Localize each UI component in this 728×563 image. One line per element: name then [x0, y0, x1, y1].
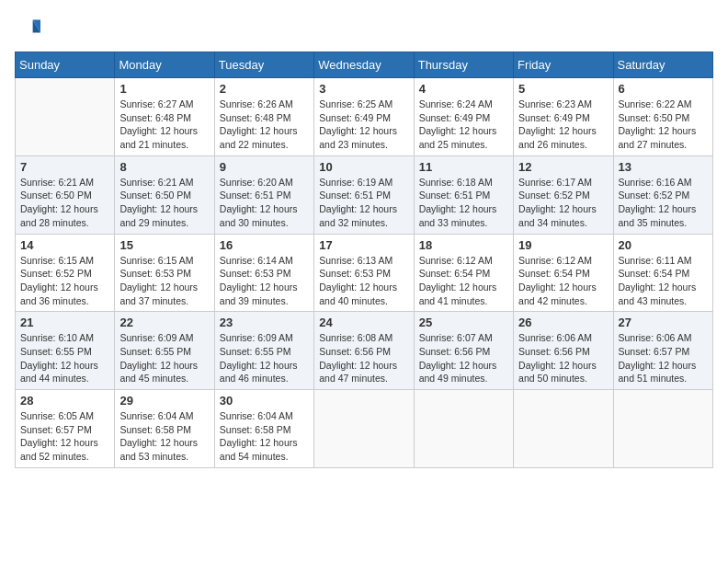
calendar-cell: 20Sunrise: 6:11 AM Sunset: 6:54 PM Dayli… [613, 234, 712, 312]
calendar-cell: 28Sunrise: 6:05 AM Sunset: 6:57 PM Dayli… [16, 390, 115, 468]
day-number: 13 [619, 160, 708, 174]
day-info: Sunrise: 6:04 AM Sunset: 6:58 PM Dayligh… [220, 409, 309, 464]
calendar-cell: 18Sunrise: 6:12 AM Sunset: 6:54 PM Dayli… [414, 234, 513, 312]
calendar-cell: 30Sunrise: 6:04 AM Sunset: 6:58 PM Dayli… [214, 390, 313, 468]
day-info: Sunrise: 6:04 AM Sunset: 6:58 PM Dayligh… [119, 409, 209, 464]
header-saturday: Saturday [613, 52, 712, 78]
day-number: 20 [619, 238, 708, 252]
calendar-cell: 14Sunrise: 6:15 AM Sunset: 6:52 PM Dayli… [16, 234, 115, 312]
calendar-week-row: 21Sunrise: 6:10 AM Sunset: 6:55 PM Dayli… [16, 312, 713, 390]
day-info: Sunrise: 6:07 AM Sunset: 6:56 PM Dayligh… [419, 331, 508, 385]
day-info: Sunrise: 6:24 AM Sunset: 6:49 PM Dayligh… [419, 98, 508, 152]
day-number: 30 [220, 394, 309, 408]
day-number: 9 [220, 160, 309, 174]
calendar-cell: 5Sunrise: 6:23 AM Sunset: 6:49 PM Daylig… [514, 78, 613, 156]
day-info: Sunrise: 6:06 AM Sunset: 6:57 PM Dayligh… [619, 331, 708, 385]
day-info: Sunrise: 6:15 AM Sunset: 6:52 PM Dayligh… [20, 254, 109, 308]
day-number: 4 [419, 82, 508, 96]
day-number: 1 [119, 82, 209, 96]
calendar-cell: 3Sunrise: 6:25 AM Sunset: 6:49 PM Daylig… [314, 78, 414, 156]
calendar-cell: 13Sunrise: 6:16 AM Sunset: 6:52 PM Dayli… [613, 155, 712, 234]
day-info: Sunrise: 6:09 AM Sunset: 6:55 PM Dayligh… [220, 331, 309, 385]
day-info: Sunrise: 6:05 AM Sunset: 6:57 PM Dayligh… [20, 409, 109, 464]
day-number: 26 [518, 316, 608, 329]
calendar-cell: 10Sunrise: 6:19 AM Sunset: 6:51 PM Dayli… [314, 155, 414, 234]
day-number: 5 [518, 82, 608, 96]
day-info: Sunrise: 6:08 AM Sunset: 6:56 PM Dayligh… [319, 331, 408, 385]
calendar-cell [514, 390, 613, 468]
day-number: 27 [619, 316, 708, 329]
day-info: Sunrise: 6:23 AM Sunset: 6:49 PM Dayligh… [518, 98, 608, 152]
day-number: 18 [419, 238, 508, 252]
day-number: 11 [419, 160, 508, 174]
day-number: 3 [319, 82, 408, 96]
calendar-cell: 26Sunrise: 6:06 AM Sunset: 6:56 PM Dayli… [514, 312, 613, 390]
calendar-cell: 21Sunrise: 6:10 AM Sunset: 6:55 PM Dayli… [16, 312, 115, 390]
day-number: 19 [518, 238, 608, 252]
calendar-cell: 9Sunrise: 6:20 AM Sunset: 6:51 PM Daylig… [214, 155, 313, 234]
calendar-header-row: SundayMondayTuesdayWednesdayThursdayFrid… [16, 52, 713, 78]
day-info: Sunrise: 6:19 AM Sunset: 6:51 PM Dayligh… [319, 176, 408, 230]
calendar-week-row: 14Sunrise: 6:15 AM Sunset: 6:52 PM Dayli… [16, 234, 713, 312]
calendar-cell: 2Sunrise: 6:26 AM Sunset: 6:48 PM Daylig… [214, 78, 313, 156]
day-info: Sunrise: 6:12 AM Sunset: 6:54 PM Dayligh… [518, 254, 608, 308]
calendar-cell: 16Sunrise: 6:14 AM Sunset: 6:53 PM Dayli… [214, 234, 313, 312]
calendar-cell: 15Sunrise: 6:15 AM Sunset: 6:53 PM Dayli… [115, 234, 214, 312]
day-number: 17 [319, 238, 408, 252]
calendar-cell [314, 390, 414, 468]
day-number: 24 [319, 316, 408, 329]
calendar-cell: 22Sunrise: 6:09 AM Sunset: 6:55 PM Dayli… [115, 312, 214, 390]
calendar-cell: 19Sunrise: 6:12 AM Sunset: 6:54 PM Dayli… [514, 234, 613, 312]
day-number: 22 [119, 316, 209, 329]
day-number: 12 [518, 160, 608, 174]
day-info: Sunrise: 6:06 AM Sunset: 6:56 PM Dayligh… [518, 331, 608, 385]
calendar-cell: 1Sunrise: 6:27 AM Sunset: 6:48 PM Daylig… [115, 78, 214, 156]
day-number: 8 [119, 160, 209, 174]
day-info: Sunrise: 6:17 AM Sunset: 6:52 PM Dayligh… [518, 176, 608, 230]
calendar-cell: 6Sunrise: 6:22 AM Sunset: 6:50 PM Daylig… [613, 78, 712, 156]
calendar-table: SundayMondayTuesdayWednesdayThursdayFrid… [15, 52, 713, 468]
calendar-cell: 17Sunrise: 6:13 AM Sunset: 6:53 PM Dayli… [314, 234, 414, 312]
day-info: Sunrise: 6:16 AM Sunset: 6:52 PM Dayligh… [619, 176, 708, 230]
header-tuesday: Tuesday [214, 52, 313, 78]
day-number: 23 [220, 316, 309, 329]
calendar-cell: 25Sunrise: 6:07 AM Sunset: 6:56 PM Dayli… [414, 312, 513, 390]
day-info: Sunrise: 6:15 AM Sunset: 6:53 PM Dayligh… [119, 254, 209, 308]
calendar-week-row: 1Sunrise: 6:27 AM Sunset: 6:48 PM Daylig… [16, 78, 713, 156]
day-number: 7 [20, 160, 109, 174]
calendar-cell [414, 390, 513, 468]
day-info: Sunrise: 6:20 AM Sunset: 6:51 PM Dayligh… [220, 176, 309, 230]
day-number: 10 [319, 160, 408, 174]
day-number: 25 [419, 316, 508, 329]
day-info: Sunrise: 6:21 AM Sunset: 6:50 PM Dayligh… [20, 176, 109, 230]
day-info: Sunrise: 6:18 AM Sunset: 6:51 PM Dayligh… [419, 176, 508, 230]
calendar-week-row: 28Sunrise: 6:05 AM Sunset: 6:57 PM Dayli… [16, 390, 713, 468]
page-header [15, 15, 713, 40]
day-number: 21 [20, 316, 109, 329]
logo [15, 15, 44, 40]
day-number: 15 [119, 238, 209, 252]
calendar-cell: 24Sunrise: 6:08 AM Sunset: 6:56 PM Dayli… [314, 312, 414, 390]
header-friday: Friday [514, 52, 613, 78]
header-thursday: Thursday [414, 52, 513, 78]
logo-icon [15, 15, 40, 40]
day-info: Sunrise: 6:13 AM Sunset: 6:53 PM Dayligh… [319, 254, 408, 308]
day-info: Sunrise: 6:10 AM Sunset: 6:55 PM Dayligh… [20, 331, 109, 385]
day-info: Sunrise: 6:09 AM Sunset: 6:55 PM Dayligh… [119, 331, 209, 385]
day-number: 14 [20, 238, 109, 252]
day-info: Sunrise: 6:21 AM Sunset: 6:50 PM Dayligh… [119, 176, 209, 230]
day-number: 29 [119, 394, 209, 408]
calendar-cell: 4Sunrise: 6:24 AM Sunset: 6:49 PM Daylig… [414, 78, 513, 156]
day-info: Sunrise: 6:27 AM Sunset: 6:48 PM Dayligh… [119, 98, 209, 152]
header-monday: Monday [115, 52, 214, 78]
day-number: 16 [220, 238, 309, 252]
header-wednesday: Wednesday [314, 52, 414, 78]
day-info: Sunrise: 6:12 AM Sunset: 6:54 PM Dayligh… [419, 254, 508, 308]
calendar-cell: 12Sunrise: 6:17 AM Sunset: 6:52 PM Dayli… [514, 155, 613, 234]
day-info: Sunrise: 6:22 AM Sunset: 6:50 PM Dayligh… [619, 98, 708, 152]
header-sunday: Sunday [16, 52, 115, 78]
day-number: 28 [20, 394, 109, 408]
calendar-cell [16, 78, 115, 156]
calendar-cell: 27Sunrise: 6:06 AM Sunset: 6:57 PM Dayli… [613, 312, 712, 390]
day-info: Sunrise: 6:26 AM Sunset: 6:48 PM Dayligh… [220, 98, 309, 152]
